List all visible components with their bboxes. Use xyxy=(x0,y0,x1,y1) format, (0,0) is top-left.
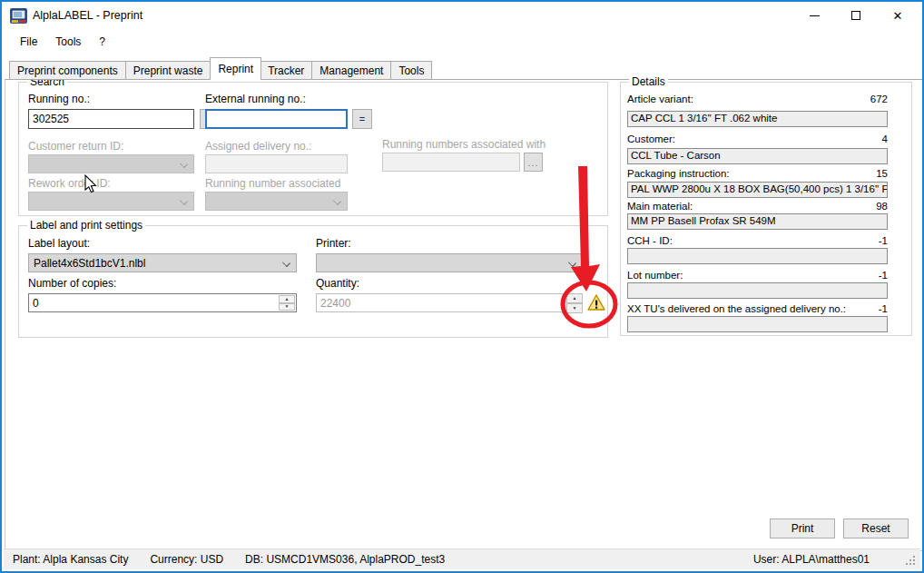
detail-value: 672 xyxy=(870,94,888,104)
label-print-settings-group: Label and print settings Label layout: P… xyxy=(18,225,608,338)
minimize-icon xyxy=(810,15,820,16)
minimize-button[interactable] xyxy=(793,2,835,29)
tab-preprint-waste[interactable]: Preprint waste xyxy=(126,61,211,80)
detail-row-customer: Customer:4 xyxy=(627,133,888,144)
label-layout-combobox[interactable]: Pallet4x6Std1bcV1.nlbl xyxy=(28,253,297,272)
detail-field-packaging-instruction: PAL WWP 2800u X 18 BOX BAG(50,400 pcs) 1… xyxy=(627,182,888,198)
assigned-delivery-no-label: Assigned delivery no.: xyxy=(205,140,311,153)
quantity-spinner[interactable]: ▲ ▼ xyxy=(566,293,583,313)
rework-order-id-label: Rework order ID: xyxy=(28,177,111,190)
running-numbers-associated-label: Running numbers associated with xyxy=(382,138,546,151)
running-no-input[interactable] xyxy=(28,109,194,129)
customer-return-id-label: Customer return ID: xyxy=(28,140,123,153)
quantity-field: 22400 xyxy=(316,293,565,312)
menu-file[interactable]: File xyxy=(11,31,46,53)
detail-row-article-variant: Article variant:672 xyxy=(627,94,888,104)
detail-row-lot-number: Lot number:-1 xyxy=(627,270,888,281)
detail-value: 15 xyxy=(876,168,888,179)
menu-bar: File Tools ? xyxy=(4,29,920,54)
external-running-no-label: External running no.: xyxy=(205,93,306,105)
detail-field-lot-number xyxy=(627,282,888,299)
tab-reprint[interactable]: Reprint xyxy=(210,57,261,80)
chevron-down-icon xyxy=(180,160,188,168)
number-of-copies-label: Number of copies: xyxy=(28,277,116,290)
rework-order-id-combobox xyxy=(28,192,194,211)
detail-field-main-material: MM PP Basell Profax SR 549M xyxy=(627,213,888,230)
detail-field-tus-delivered xyxy=(627,316,888,332)
detail-row-cch-id: CCH - ID:-1 xyxy=(627,235,888,246)
details-group-title: Details xyxy=(629,75,668,88)
running-numbers-browse-button[interactable]: ... xyxy=(524,153,543,172)
reset-button[interactable]: Reset xyxy=(843,519,909,538)
running-numbers-associated-input xyxy=(382,153,520,172)
close-button[interactable]: ✕ xyxy=(877,2,919,29)
detail-value: 98 xyxy=(876,201,888,212)
customer-return-id-combobox xyxy=(28,154,194,173)
detail-value: -1 xyxy=(879,235,888,246)
quantity-label: Quantity: xyxy=(316,277,359,290)
menu-help[interactable]: ? xyxy=(90,31,114,53)
printer-combobox[interactable] xyxy=(316,253,583,272)
copies-spinner[interactable]: ▲ ▼ xyxy=(279,295,295,311)
running-number-associated-label: Running number associated xyxy=(205,177,340,190)
detail-field-article-variant: CAP CCL 1 3/16'' FT .062 white xyxy=(627,111,888,127)
detail-row-packaging-instruction: Packaging instruction:15 xyxy=(627,168,888,179)
menu-tools[interactable]: Tools xyxy=(46,31,90,53)
quantity-value: 22400 xyxy=(320,297,350,310)
label-print-settings-title: Label and print settings xyxy=(27,219,145,232)
status-left: Plant: Alpla Kansas CityCurrency: USDDB:… xyxy=(13,553,467,566)
tab-preprint-components[interactable]: Preprint components xyxy=(9,61,126,80)
status-currency: Currency: USD xyxy=(150,553,223,566)
maximize-icon xyxy=(851,11,860,20)
external-running-no-equals-button[interactable]: = xyxy=(352,109,372,129)
detail-value: -1 xyxy=(879,270,888,281)
search-group: Search Running no.: = External running n… xyxy=(18,82,608,216)
status-db: DB: USMCD1VMS036, AlplaPROD_test3 xyxy=(245,553,445,566)
maximize-button[interactable] xyxy=(835,2,877,29)
title-bar[interactable]: AlplaLABEL - Preprint ✕ xyxy=(2,2,922,29)
label-layout-value: Pallet4x6Std1bcV1.nlbl xyxy=(34,257,145,270)
app-window: AlplaLABEL - Preprint ✕ File Tools ? Pre… xyxy=(0,0,924,573)
print-button[interactable]: Print xyxy=(770,519,835,538)
chevron-down-icon xyxy=(333,197,341,205)
spin-up-icon[interactable]: ▲ xyxy=(566,293,583,303)
status-plant: Plant: Alpla Kansas City xyxy=(13,553,128,566)
detail-row-tus-delivered: XX TU's delivered on the assigned delive… xyxy=(627,303,888,314)
chevron-down-icon xyxy=(282,259,290,267)
external-running-no-input[interactable] xyxy=(205,109,348,129)
detail-value: 4 xyxy=(882,133,888,144)
number-of-copies-value: 0 xyxy=(33,297,39,310)
detail-field-customer: CCL Tube - Carson xyxy=(627,148,888,164)
details-group: Details Article variant:672 CAP CCL 1 3/… xyxy=(620,82,912,336)
spin-up-icon[interactable]: ▲ xyxy=(279,295,295,303)
chevron-down-icon xyxy=(568,259,576,267)
label-layout-label: Label layout: xyxy=(28,237,90,250)
spin-down-icon[interactable]: ▼ xyxy=(279,303,295,311)
assigned-delivery-no-input xyxy=(205,154,348,173)
status-bar: Plant: Alpla Kansas CityCurrency: USDDB:… xyxy=(4,548,920,569)
tab-management[interactable]: Management xyxy=(312,61,391,80)
tab-tools[interactable]: Tools xyxy=(391,61,432,80)
spin-down-icon[interactable]: ▼ xyxy=(566,303,583,313)
detail-field-cch-id xyxy=(627,248,888,264)
printer-label: Printer: xyxy=(316,237,351,250)
warning-icon xyxy=(587,294,605,311)
running-number-associated-combobox xyxy=(205,192,348,211)
detail-value: -1 xyxy=(879,303,888,314)
resize-grip-icon[interactable] xyxy=(906,556,915,565)
tab-tracker[interactable]: Tracker xyxy=(260,61,312,80)
app-icon xyxy=(10,7,27,25)
status-user: User: ALPLA\matthes01 xyxy=(753,553,870,566)
tab-strip: Preprint components Preprint waste Repri… xyxy=(9,57,432,80)
number-of-copies-spinbox[interactable]: 0 ▲ ▼ xyxy=(28,293,297,312)
running-no-label: Running no.: xyxy=(28,93,90,105)
window-title: AlplaLABEL - Preprint xyxy=(33,9,143,22)
detail-row-main-material: Main material:98 xyxy=(627,201,888,212)
chevron-down-icon xyxy=(180,197,188,205)
close-icon: ✕ xyxy=(893,10,903,22)
